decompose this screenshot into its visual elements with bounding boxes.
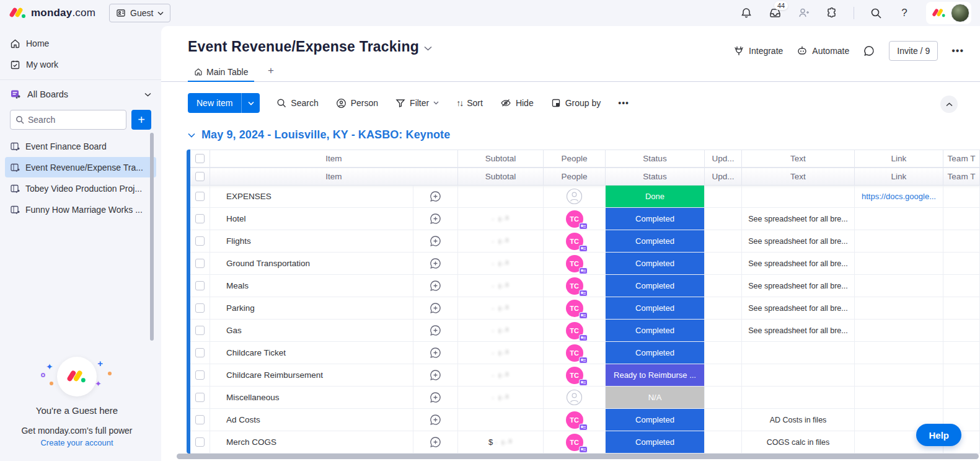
- people-cell[interactable]: TC: [544, 230, 606, 253]
- team-cell[interactable]: [943, 186, 980, 208]
- board-more-menu[interactable]: •••: [951, 45, 964, 56]
- updates-cell[interactable]: [705, 431, 742, 454]
- subtotal-cell[interactable]: [458, 409, 544, 431]
- status-label[interactable]: Ready to Reimburse ...: [606, 364, 704, 386]
- updates-cell[interactable]: [705, 275, 742, 297]
- status-label[interactable]: Completed: [606, 208, 704, 230]
- chevron-down-icon[interactable]: [144, 92, 151, 97]
- integrate-button[interactable]: Integrate: [733, 45, 783, 56]
- chevron-down-icon[interactable]: [433, 101, 439, 105]
- column-header[interactable]: Team T: [943, 168, 980, 186]
- column-header[interactable]: People: [544, 168, 606, 186]
- add-update-icon[interactable]: [429, 190, 442, 203]
- item-name-cell[interactable]: Meals: [210, 275, 413, 297]
- text-cell[interactable]: See spreadsheet for all bre...: [742, 275, 855, 297]
- board-search-input[interactable]: [28, 115, 121, 125]
- item-name-cell[interactable]: Parking: [210, 297, 413, 320]
- link-cell[interactable]: [855, 253, 943, 275]
- team-cell[interactable]: [943, 297, 980, 320]
- sidebar-item-my-work[interactable]: My work: [5, 55, 156, 74]
- updates-cell[interactable]: [705, 409, 742, 431]
- column-header[interactable]: Upd...: [705, 150, 742, 168]
- add-update-icon[interactable]: [429, 346, 442, 359]
- text-cell[interactable]: See spreadsheet for all bre...: [742, 253, 855, 275]
- column-header[interactable]: Item: [210, 168, 458, 186]
- subtotal-cell[interactable]: $: [458, 431, 544, 454]
- board-search-box[interactable]: [10, 110, 126, 130]
- group-title[interactable]: May 9, 2024 - Louisville, KY - KASBO: Ke…: [201, 128, 450, 141]
- row-checkbox[interactable]: [195, 415, 205, 424]
- link-cell[interactable]: [855, 342, 943, 364]
- updates-cell[interactable]: [705, 186, 742, 208]
- row-checkbox[interactable]: [195, 370, 205, 380]
- subtotal-cell[interactable]: [458, 275, 544, 297]
- open-item-updates-cell[interactable]: [413, 275, 458, 297]
- text-cell[interactable]: [742, 364, 855, 387]
- item-name-cell[interactable]: Ground Transportation: [210, 253, 413, 275]
- subtotal-cell[interactable]: [458, 320, 544, 342]
- person-avatar[interactable]: TC: [566, 233, 583, 250]
- add-update-icon[interactable]: [429, 436, 442, 449]
- text-cell[interactable]: See spreadsheet for all bre...: [742, 208, 855, 230]
- person-avatar[interactable]: TC: [566, 210, 583, 228]
- add-update-icon[interactable]: [429, 302, 442, 315]
- add-update-icon[interactable]: [429, 413, 442, 426]
- item-name-cell[interactable]: Miscellaneous: [210, 387, 413, 409]
- person-avatar[interactable]: TC: [566, 255, 583, 272]
- open-item-updates-cell[interactable]: [413, 297, 458, 320]
- invite-members-icon[interactable]: [797, 6, 810, 20]
- toolbar-search[interactable]: Search: [271, 94, 324, 112]
- inbox-icon[interactable]: 44: [768, 6, 782, 20]
- team-cell[interactable]: [943, 275, 980, 297]
- add-update-icon[interactable]: [429, 324, 442, 337]
- text-cell[interactable]: AD Costs in files: [742, 409, 855, 431]
- sidebar-board-item[interactable]: Event Revenue/Expense Tra...: [5, 157, 156, 177]
- updates-cell[interactable]: [705, 253, 742, 275]
- horizontal-scrollbar[interactable]: [177, 454, 979, 459]
- status-label[interactable]: Completed: [606, 275, 704, 297]
- person-avatar[interactable]: TC: [566, 367, 583, 384]
- new-item-button[interactable]: New item: [188, 93, 241, 113]
- people-cell[interactable]: TC: [544, 275, 606, 297]
- empty-person-icon[interactable]: [566, 389, 583, 406]
- column-header[interactable]: Text: [742, 150, 855, 168]
- updates-cell[interactable]: [705, 387, 742, 409]
- status-label[interactable]: Done: [606, 186, 704, 207]
- sidebar-all-boards[interactable]: All Boards: [5, 84, 156, 105]
- board-chat-button[interactable]: [863, 45, 875, 57]
- link-cell[interactable]: [855, 320, 943, 342]
- status-label[interactable]: Completed: [606, 409, 704, 431]
- column-header[interactable]: Subtotal: [458, 168, 544, 186]
- link-cell[interactable]: [855, 208, 943, 230]
- automate-button[interactable]: Automate: [797, 45, 849, 56]
- open-item-updates-cell[interactable]: [413, 409, 458, 431]
- link-cell[interactable]: https://docs.google...: [855, 186, 943, 208]
- person-avatar[interactable]: TC: [566, 322, 583, 339]
- status-label[interactable]: Completed: [606, 342, 704, 364]
- person-avatar[interactable]: TC: [566, 411, 583, 429]
- group-collapse-chevron-icon[interactable]: [188, 133, 195, 138]
- monday-logo[interactable]: monday.com: [10, 7, 95, 19]
- item-name-cell[interactable]: Childcare Ticket: [210, 342, 413, 364]
- item-name-cell[interactable]: EXPENSES: [210, 186, 413, 208]
- subtotal-cell[interactable]: [458, 186, 544, 208]
- team-cell[interactable]: [943, 342, 980, 364]
- status-label[interactable]: Completed: [606, 230, 704, 252]
- people-cell[interactable]: TC: [544, 320, 606, 342]
- search-icon[interactable]: [869, 6, 883, 20]
- updates-cell[interactable]: [705, 364, 742, 387]
- create-account-link[interactable]: Create your account: [0, 438, 154, 447]
- person-avatar[interactable]: TC: [566, 300, 583, 317]
- column-header[interactable]: Team T: [943, 150, 980, 168]
- row-checkbox[interactable]: [195, 192, 205, 201]
- people-cell[interactable]: TC: [544, 409, 606, 431]
- collapse-toolbar-button[interactable]: [940, 96, 958, 113]
- open-item-updates-cell[interactable]: [413, 186, 458, 208]
- toolbar-group-by[interactable]: Group by: [545, 94, 607, 112]
- item-name-cell[interactable]: Gas: [210, 320, 413, 342]
- notifications-bell-icon[interactable]: [739, 6, 753, 20]
- row-checkbox[interactable]: [195, 348, 205, 357]
- group-header[interactable]: May 9, 2024 - Louisville, KY - KASBO: Ke…: [188, 128, 450, 141]
- person-avatar[interactable]: TC: [566, 277, 583, 295]
- people-cell[interactable]: [544, 186, 606, 208]
